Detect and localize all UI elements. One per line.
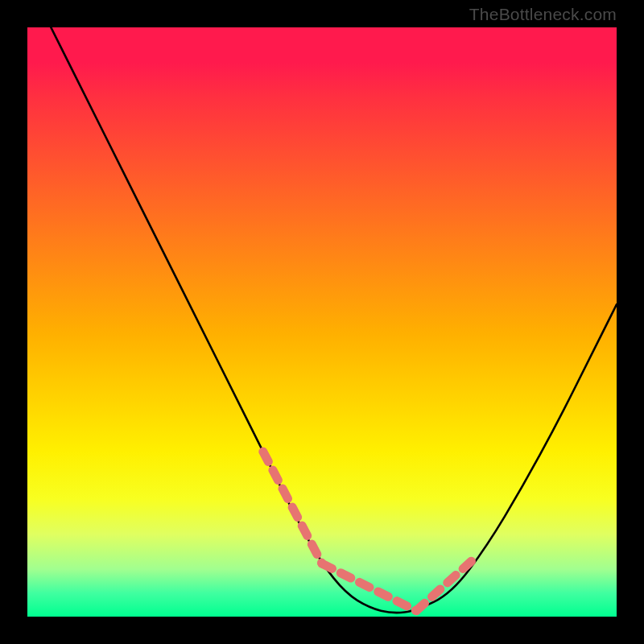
chart-svg bbox=[27, 27, 617, 617]
watermark-text: TheBottleneck.com bbox=[469, 5, 617, 24]
main-curve bbox=[51, 27, 617, 613]
highlight-curve bbox=[263, 452, 476, 611]
plot-area bbox=[27, 27, 617, 617]
chart-container: TheBottleneck.com bbox=[0, 0, 644, 644]
